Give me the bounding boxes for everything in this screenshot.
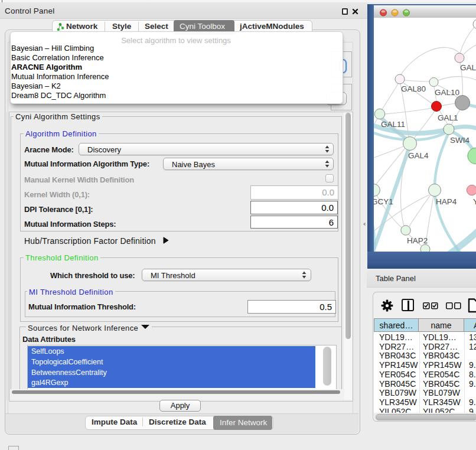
svg-text:GAL11: GAL11 bbox=[381, 120, 405, 129]
svg-text:GAL80: GAL80 bbox=[401, 84, 426, 93]
svg-text:SWI4: SWI4 bbox=[450, 136, 470, 145]
svg-text:HAP4: HAP4 bbox=[436, 197, 457, 206]
svg-text:GAL4: GAL4 bbox=[408, 151, 429, 160]
svg-text:GCY1: GCY1 bbox=[374, 197, 393, 206]
svg-text:HAP2: HAP2 bbox=[407, 236, 428, 245]
svg-text:GAL1: GAL1 bbox=[438, 113, 458, 122]
svg-text:GAL10: GAL10 bbox=[435, 88, 459, 97]
svg-text:GAL: GAL bbox=[460, 63, 476, 72]
svg-text:Y: Y bbox=[473, 197, 476, 206]
